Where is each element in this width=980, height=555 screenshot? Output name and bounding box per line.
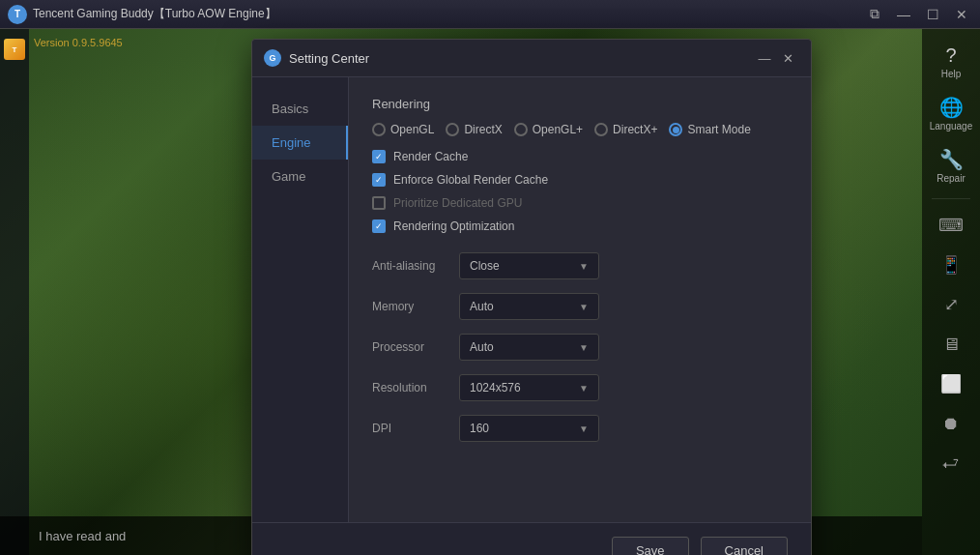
memory-label: Memory — [372, 300, 459, 313]
checkbox-enforce-global-label: Enforce Global Render Cache — [393, 173, 548, 187]
radio-directxplus-label: DirectX+ — [613, 123, 657, 136]
dialog-icon: G — [264, 49, 281, 67]
repair-label: Repair — [937, 173, 965, 184]
nav-item-game[interactable]: Game — [252, 160, 348, 193]
taskbar: T Tencent Gaming Buddy【Turbo AOW Engine】… — [0, 0, 980, 29]
nav-item-engine[interactable]: Engine — [252, 126, 348, 160]
checkbox-rendering-opt[interactable]: Rendering Optimization — [372, 219, 788, 233]
anti-aliasing-label: Anti-aliasing — [372, 259, 459, 273]
dialog-footer: Save Cancel — [252, 522, 811, 555]
dialog-close-button[interactable]: ✕ — [776, 47, 799, 69]
radio-opengl-label: OpenGL — [390, 123, 434, 136]
restore-button[interactable]: ⧉ — [860, 0, 889, 29]
checkbox-group: Render Cache Enforce Global Render Cache… — [372, 150, 788, 233]
dialog-content: Rendering OpenGL DirectX OpenGL+ Direc — [349, 77, 811, 522]
dialog-body: Basics Engine Game Rendering OpenGL Dire… — [252, 77, 811, 522]
setting-center-dialog: G Setting Center — ✕ Basics Engine Game … — [251, 39, 812, 555]
processor-label: Processor — [372, 340, 459, 354]
anti-aliasing-value: Close — [470, 259, 500, 273]
radio-directx-label: DirectX — [464, 123, 502, 136]
dialog-title: Setting Center — [289, 51, 753, 66]
right-sidebar: ? Help 🌐 Language 🔧 Repair ⌨ 📱 ⤢ 🖥 ⬜ ⏺ ⮐ — [922, 29, 980, 555]
checkbox-render-cache-box — [372, 150, 386, 163]
checkbox-prioritize-gpu-box — [372, 196, 386, 210]
processor-value: Auto — [470, 340, 494, 354]
radio-smartmode-label: Smart Mode — [687, 123, 750, 136]
radio-smartmode[interactable]: Smart Mode — [669, 123, 750, 136]
sidebar-item-repair[interactable]: 🔧 Repair — [927, 142, 975, 190]
version-text: Version 0.9.5.9645 — [34, 37, 123, 48]
close-button[interactable]: ✕ — [947, 0, 976, 29]
sidebar-divider — [932, 198, 970, 199]
anti-aliasing-arrow: ▼ — [579, 261, 589, 272]
radio-opengl-circle — [372, 123, 386, 136]
taskbar-controls: ⧉ — ☐ ✕ — [860, 0, 976, 29]
dpi-value: 160 — [470, 422, 489, 435]
radio-directx-circle — [446, 123, 459, 136]
checkbox-prioritize-gpu-label: Prioritize Dedicated GPU — [393, 196, 522, 210]
checkbox-enforce-global[interactable]: Enforce Global Render Cache — [372, 173, 788, 187]
checkbox-rendering-opt-label: Rendering Optimization — [393, 219, 514, 233]
app-title: Tencent Gaming Buddy【Turbo AOW Engine】 — [33, 6, 860, 22]
repair-icon: 🔧 — [939, 148, 964, 171]
radio-opengl[interactable]: OpenGL — [372, 123, 434, 136]
checkbox-render-cache[interactable]: Render Cache — [372, 150, 788, 163]
radio-directxplus-circle — [594, 123, 608, 136]
anti-aliasing-select[interactable]: Close ▼ — [459, 252, 599, 279]
nav-item-basics[interactable]: Basics — [252, 92, 348, 126]
resolution-select[interactable]: 1024x576 ▼ — [459, 374, 599, 401]
app-icon: T — [8, 5, 27, 24]
render-mode-group: OpenGL DirectX OpenGL+ DirectX+ Smart Mo… — [372, 123, 788, 136]
app-icon-area: T — [0, 29, 29, 555]
help-label: Help — [941, 69, 962, 79]
select-row-memory: Memory Auto ▼ — [372, 293, 788, 320]
radio-openglplus-label: OpenGL+ — [533, 123, 583, 136]
resolution-value: 1024x576 — [470, 381, 521, 394]
language-icon: 🌐 — [939, 96, 964, 119]
memory-arrow: ▼ — [579, 302, 589, 312]
checkbox-enforce-global-box — [372, 173, 386, 187]
screen-button[interactable]: 🖥 — [932, 327, 970, 362]
bottom-text: I have read and — [39, 529, 126, 543]
maximize-button[interactable]: ☐ — [918, 0, 947, 29]
record-button[interactable]: ⏺ — [932, 406, 970, 441]
expand-button[interactable]: ⤢ — [932, 287, 970, 322]
memory-value: Auto — [470, 300, 494, 313]
help-icon: ? — [945, 44, 956, 67]
exit-button[interactable]: ⮐ — [932, 446, 970, 481]
sidebar-item-help[interactable]: ? Help — [927, 39, 975, 85]
dialog-titlebar: G Setting Center — ✕ — [252, 40, 811, 77]
radio-directxplus[interactable]: DirectX+ — [594, 123, 657, 136]
dialog-minimize-button[interactable]: — — [753, 47, 776, 69]
checkbox-prioritize-gpu[interactable]: Prioritize Dedicated GPU — [372, 196, 788, 210]
processor-select[interactable]: Auto ▼ — [459, 334, 599, 361]
dpi-select[interactable]: 160 ▼ — [459, 415, 599, 442]
section-title: Rendering — [372, 97, 788, 111]
dpi-label: DPI — [372, 422, 459, 435]
radio-directx[interactable]: DirectX — [446, 123, 502, 136]
checkbox-render-cache-label: Render Cache — [393, 150, 468, 163]
language-label: Language — [930, 121, 973, 131]
select-row-processor: Processor Auto ▼ — [372, 334, 788, 361]
select-row-anti-aliasing: Anti-aliasing Close ▼ — [372, 252, 788, 279]
sidebar-item-language[interactable]: 🌐 Language — [927, 90, 975, 137]
radio-openglplus[interactable]: OpenGL+ — [514, 123, 583, 136]
resolution-arrow: ▼ — [579, 383, 589, 394]
radio-openglplus-circle — [514, 123, 528, 136]
save-button[interactable]: Save — [612, 537, 689, 555]
processor-arrow: ▼ — [579, 342, 589, 353]
checkbox-rendering-opt-box — [372, 219, 386, 233]
dpi-arrow: ▼ — [579, 424, 589, 434]
phone-button[interactable]: 📱 — [932, 248, 970, 282]
select-row-dpi: DPI 160 ▼ — [372, 415, 788, 442]
dialog-nav: Basics Engine Game — [252, 77, 349, 522]
keyboard-button[interactable]: ⌨ — [932, 208, 970, 243]
memory-select[interactable]: Auto ▼ — [459, 293, 599, 320]
radio-smartmode-circle — [669, 123, 682, 136]
resolution-label: Resolution — [372, 381, 459, 394]
crop-button[interactable]: ⬜ — [932, 366, 970, 401]
select-row-resolution: Resolution 1024x576 ▼ — [372, 374, 788, 401]
minimize-button[interactable]: — — [889, 0, 918, 29]
cancel-button[interactable]: Cancel — [701, 537, 788, 555]
app-logo: T — [4, 39, 25, 60]
